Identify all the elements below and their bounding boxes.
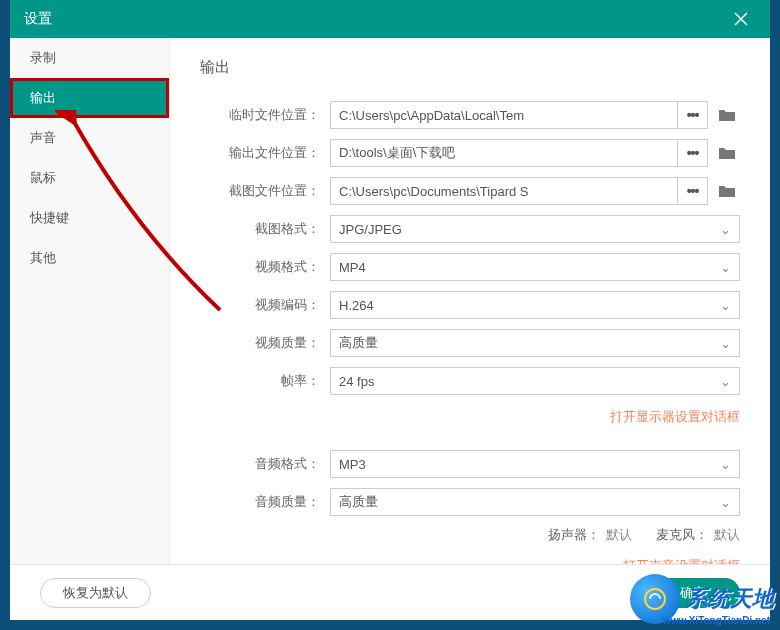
- speaker-label: 扬声器：: [548, 527, 600, 542]
- sound-link-row: 打开声音设置对话框: [200, 556, 740, 564]
- sidebar-item-hotkey[interactable]: 快捷键: [10, 198, 169, 238]
- input-temp-path[interactable]: C:\Users\pc\AppData\Local\Tem: [330, 101, 678, 129]
- chevron-down-icon: ⌄: [720, 298, 731, 313]
- sidebar-label: 录制: [30, 49, 56, 67]
- close-button[interactable]: [726, 4, 756, 34]
- label-fps: 帧率：: [200, 372, 320, 390]
- sidebar-item-sound[interactable]: 声音: [10, 118, 169, 158]
- chevron-down-icon: ⌄: [720, 457, 731, 472]
- select-value: JPG/JPEG: [339, 222, 402, 237]
- display-settings-link[interactable]: 打开显示器设置对话框: [610, 409, 740, 424]
- settings-window: 设置 录制 输出 声音 鼠标 快捷键 其他 输出 临时文件位置： C:\User…: [10, 0, 770, 620]
- row-audio-quality: 音频质量： 高质量⌄: [200, 488, 740, 516]
- folder-icon: [719, 146, 735, 160]
- select-audio-quality[interactable]: 高质量⌄: [330, 488, 740, 516]
- select-value: MP4: [339, 260, 366, 275]
- chevron-down-icon: ⌄: [720, 222, 731, 237]
- titlebar: 设置: [10, 0, 770, 38]
- watermark: 系统天地 www.XiTongTianDi.net: [630, 574, 774, 624]
- row-fps: 帧率： 24 fps⌄: [200, 367, 740, 395]
- mic-value: 默认: [714, 527, 740, 542]
- input-output-path[interactable]: D:\tools\桌面\下载吧: [330, 139, 678, 167]
- row-output-path: 输出文件位置： D:\tools\桌面\下载吧 •••: [200, 139, 740, 167]
- row-video-fmt: 视频格式： MP4⌄: [200, 253, 740, 281]
- select-value: 高质量: [339, 493, 378, 511]
- row-audio-fmt: 音频格式： MP3⌄: [200, 450, 740, 478]
- select-value: 24 fps: [339, 374, 374, 389]
- display-link-row: 打开显示器设置对话框: [200, 407, 740, 426]
- chevron-down-icon: ⌄: [720, 260, 731, 275]
- sidebar: 录制 输出 声音 鼠标 快捷键 其他: [10, 38, 170, 564]
- browse-screenshot-button[interactable]: •••: [678, 177, 708, 205]
- label-output-path: 输出文件位置：: [200, 144, 320, 162]
- input-screenshot-path[interactable]: C:\Users\pc\Documents\Tipard S: [330, 177, 678, 205]
- window-title: 设置: [24, 10, 52, 28]
- sound-settings-link[interactable]: 打开声音设置对话框: [623, 558, 740, 564]
- row-screenshot-path: 截图文件位置： C:\Users\pc\Documents\Tipard S •…: [200, 177, 740, 205]
- browse-temp-button[interactable]: •••: [678, 101, 708, 129]
- close-icon: [734, 12, 748, 26]
- sidebar-label: 快捷键: [30, 209, 69, 227]
- row-temp-path: 临时文件位置： C:\Users\pc\AppData\Local\Tem ••…: [200, 101, 740, 129]
- watermark-text: 系统天地: [686, 584, 774, 614]
- chevron-down-icon: ⌄: [720, 495, 731, 510]
- reset-button[interactable]: 恢复为默认: [40, 578, 151, 608]
- device-row: 扬声器：默认 麦克风：默认: [200, 526, 740, 544]
- sidebar-item-output[interactable]: 输出: [10, 78, 169, 118]
- sidebar-item-mouse[interactable]: 鼠标: [10, 158, 169, 198]
- select-audio-fmt[interactable]: MP3⌄: [330, 450, 740, 478]
- label-audio-quality: 音频质量：: [200, 493, 320, 511]
- sidebar-label: 其他: [30, 249, 56, 267]
- select-value: H.264: [339, 298, 374, 313]
- sidebar-label: 输出: [30, 89, 56, 107]
- folder-icon: [719, 108, 735, 122]
- chevron-down-icon: ⌄: [720, 374, 731, 389]
- select-video-quality[interactable]: 高质量⌄: [330, 329, 740, 357]
- main-panel: 输出 临时文件位置： C:\Users\pc\AppData\Local\Tem…: [170, 38, 770, 564]
- label-video-codec: 视频编码：: [200, 296, 320, 314]
- browse-output-button[interactable]: •••: [678, 139, 708, 167]
- chevron-down-icon: ⌄: [720, 336, 731, 351]
- select-video-codec[interactable]: H.264⌄: [330, 291, 740, 319]
- open-screenshot-folder-button[interactable]: [714, 177, 740, 205]
- row-video-quality: 视频质量： 高质量⌄: [200, 329, 740, 357]
- open-temp-folder-button[interactable]: [714, 101, 740, 129]
- label-audio-fmt: 音频格式：: [200, 455, 320, 473]
- select-fps[interactable]: 24 fps⌄: [330, 367, 740, 395]
- select-video-fmt[interactable]: MP4⌄: [330, 253, 740, 281]
- row-screenshot-fmt: 截图格式： JPG/JPEG⌄: [200, 215, 740, 243]
- sidebar-label: 鼠标: [30, 169, 56, 187]
- mic-label: 麦克风：: [656, 527, 708, 542]
- section-title-output: 输出: [200, 58, 740, 77]
- window-body: 录制 输出 声音 鼠标 快捷键 其他 输出 临时文件位置： C:\Users\p…: [10, 38, 770, 564]
- folder-icon: [719, 184, 735, 198]
- open-output-folder-button[interactable]: [714, 139, 740, 167]
- row-video-codec: 视频编码： H.264⌄: [200, 291, 740, 319]
- label-video-quality: 视频质量：: [200, 334, 320, 352]
- label-screenshot-path: 截图文件位置：: [200, 182, 320, 200]
- select-screenshot-fmt[interactable]: JPG/JPEG⌄: [330, 215, 740, 243]
- select-value: MP3: [339, 457, 366, 472]
- svg-point-0: [645, 589, 665, 609]
- select-value: 高质量: [339, 334, 378, 352]
- sidebar-label: 声音: [30, 129, 56, 147]
- label-screenshot-fmt: 截图格式：: [200, 220, 320, 238]
- watermark-url: www.XiTongTianDi.net: [663, 615, 770, 626]
- sidebar-item-other[interactable]: 其他: [10, 238, 169, 278]
- label-video-fmt: 视频格式：: [200, 258, 320, 276]
- sidebar-item-record[interactable]: 录制: [10, 38, 169, 78]
- label-temp-path: 临时文件位置：: [200, 106, 320, 124]
- speaker-value: 默认: [606, 527, 632, 542]
